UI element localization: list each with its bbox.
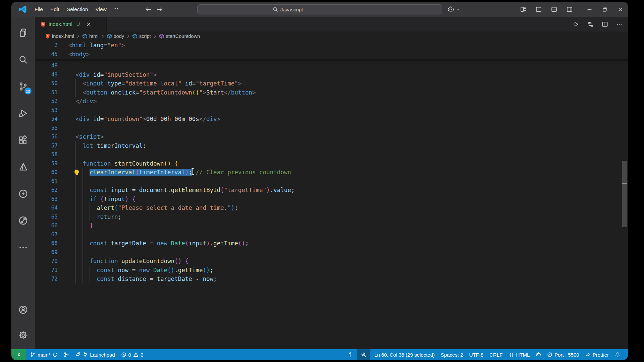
thunder-icon bbox=[18, 189, 28, 198]
line-number: 54 bbox=[35, 115, 58, 124]
breadcrumb-separator-icon bbox=[153, 34, 157, 39]
code-line-70: 70 function updateCountdown() { bbox=[35, 257, 628, 266]
back-button[interactable] bbox=[145, 6, 152, 13]
customize-layout-button[interactable] bbox=[517, 6, 529, 12]
breadcrumb-separator-icon bbox=[76, 34, 80, 39]
prettier-status[interactable]: Prettier bbox=[582, 349, 612, 360]
indent-guide bbox=[75, 177, 76, 186]
activity-thunder-client[interactable] bbox=[11, 180, 35, 207]
breadcrumb-item-index.html[interactable]: 5index.html bbox=[45, 34, 74, 39]
tab-index-html[interactable]: 5 index.html U bbox=[35, 17, 107, 32]
breadcrumb-label: script bbox=[139, 34, 151, 39]
activity-account[interactable] bbox=[11, 297, 35, 322]
minimize-button[interactable] bbox=[582, 2, 597, 17]
screencast-status[interactable] bbox=[344, 349, 356, 360]
breadcrumb-item-html[interactable]: html bbox=[82, 34, 98, 39]
toggle-secondary-sidebar-button[interactable] bbox=[564, 6, 576, 12]
copilot-icon bbox=[536, 352, 541, 357]
tab-bar: 5 index.html U bbox=[35, 17, 628, 32]
activity-explorer[interactable] bbox=[11, 19, 35, 46]
git-graph-status[interactable] bbox=[61, 349, 72, 360]
symbol-cube-icon bbox=[132, 34, 138, 39]
breadcrumb-item-startcountdown[interactable]: startCountdown bbox=[159, 34, 200, 39]
indent-guide bbox=[83, 177, 83, 186]
language-mode[interactable]: { }HTML bbox=[505, 349, 533, 360]
line-number: 72 bbox=[35, 275, 58, 284]
symbol-cube-icon bbox=[159, 34, 164, 39]
code-line-59: 59 function startCountdown() { bbox=[35, 159, 628, 168]
more-actions-button[interactable] bbox=[616, 21, 623, 27]
editor-group: 5 index.html U 5index.htmlhtmlbodyscript… bbox=[35, 17, 628, 349]
breadcrumb-label: body bbox=[114, 34, 124, 39]
split-editor-button[interactable] bbox=[602, 21, 608, 27]
line-content: const input = document.getElementById("t… bbox=[68, 186, 294, 195]
indent-guide bbox=[83, 248, 83, 257]
line-content: function startCountdown() { bbox=[68, 159, 178, 168]
zoom-in-icon bbox=[361, 352, 366, 357]
remote-indicator[interactable] bbox=[11, 349, 26, 360]
live-server-port-label: Port : 5500 bbox=[554, 352, 579, 358]
copilot-menu[interactable] bbox=[447, 6, 460, 13]
activity-source-control[interactable]: 12 bbox=[11, 73, 35, 100]
git-branch-status[interactable]: main* bbox=[27, 349, 61, 360]
run-button[interactable] bbox=[573, 21, 579, 27]
menu-more[interactable] bbox=[110, 4, 121, 14]
line-content: </div> bbox=[68, 97, 97, 106]
menu-edit[interactable]: Edit bbox=[47, 5, 63, 14]
toggle-panel-button[interactable] bbox=[548, 6, 560, 12]
search-text: Javascript bbox=[280, 7, 303, 12]
line-content: <div id="countdown">00d 00h 00m 00s</div… bbox=[68, 115, 220, 124]
tab-git-status: U bbox=[76, 21, 80, 27]
html5-icon: 5 bbox=[45, 34, 50, 39]
breadcrumb-label: index.html bbox=[52, 34, 74, 39]
notifications-bell[interactable] bbox=[612, 349, 623, 360]
breadcrumb-label: html bbox=[89, 34, 98, 39]
breadcrumb-item-script[interactable]: script bbox=[132, 34, 151, 39]
code-editor[interactable]: 4849 <div id="inputSection">50 <input ty… bbox=[35, 41, 628, 349]
line-content: <button onclick="startCountdown()">Start… bbox=[68, 88, 256, 97]
code-line-55: 55 bbox=[35, 124, 628, 133]
breadcrumb-item-body[interactable]: body bbox=[107, 34, 124, 39]
line-number: 67 bbox=[35, 230, 58, 239]
problems-status[interactable]: 00 bbox=[118, 349, 147, 360]
forward-button[interactable] bbox=[156, 6, 163, 13]
code-line-60: 60 clearInterval(timerInterval); // Clea… bbox=[35, 168, 628, 177]
launchpad-status-label: Launchpad bbox=[90, 352, 115, 358]
open-changes-button[interactable] bbox=[587, 21, 594, 27]
activity-settings[interactable] bbox=[11, 322, 35, 348]
activity-git-graph[interactable] bbox=[11, 207, 35, 234]
zoom-status[interactable] bbox=[357, 349, 370, 360]
panel-left-icon bbox=[536, 6, 542, 12]
files-icon bbox=[18, 28, 28, 38]
html5-icon: 5 bbox=[40, 21, 46, 27]
close-button[interactable] bbox=[612, 2, 628, 17]
encoding[interactable]: UTF-8 bbox=[466, 349, 487, 360]
language-mode-label: HTML bbox=[516, 352, 530, 358]
close-tab-icon[interactable] bbox=[86, 21, 92, 27]
activity-prism[interactable] bbox=[11, 154, 35, 180]
indentation[interactable]: Spaces: 2 bbox=[438, 349, 466, 360]
plug-icon bbox=[83, 352, 88, 357]
ellipsis-icon bbox=[113, 6, 118, 11]
menu-selection[interactable]: Selection bbox=[63, 5, 92, 14]
problems-status-label: 0 bbox=[141, 352, 143, 358]
screencast-icon bbox=[347, 352, 353, 357]
activity-more-views[interactable] bbox=[11, 234, 35, 261]
line-number: 63 bbox=[35, 195, 58, 204]
eol-selector[interactable]: CRLF bbox=[486, 349, 505, 360]
restore-button[interactable] bbox=[597, 2, 612, 17]
menu-view[interactable]: View bbox=[92, 5, 110, 14]
toggle-primary-sidebar-button[interactable] bbox=[533, 6, 545, 12]
command-center-search[interactable]: Javascript bbox=[197, 4, 442, 14]
editor-scrollbar[interactable] bbox=[622, 161, 627, 227]
sticky-scroll: 2<html lang="en">45<body> bbox=[35, 41, 628, 59]
activity-run-debug[interactable] bbox=[11, 100, 35, 127]
copilot-status[interactable] bbox=[533, 349, 544, 360]
activity-search[interactable] bbox=[11, 46, 35, 73]
cursor-position[interactable]: Ln 60, Col 36 (29 selected) bbox=[371, 349, 438, 360]
live-server-port[interactable]: Port : 5500 bbox=[544, 349, 582, 360]
menu-file[interactable]: File bbox=[31, 5, 47, 14]
activity-extensions[interactable] bbox=[11, 127, 35, 154]
launchpad-status[interactable]: Launchpad bbox=[72, 349, 118, 360]
line-content: const targetDate = new Date(input).getTi… bbox=[68, 239, 249, 248]
